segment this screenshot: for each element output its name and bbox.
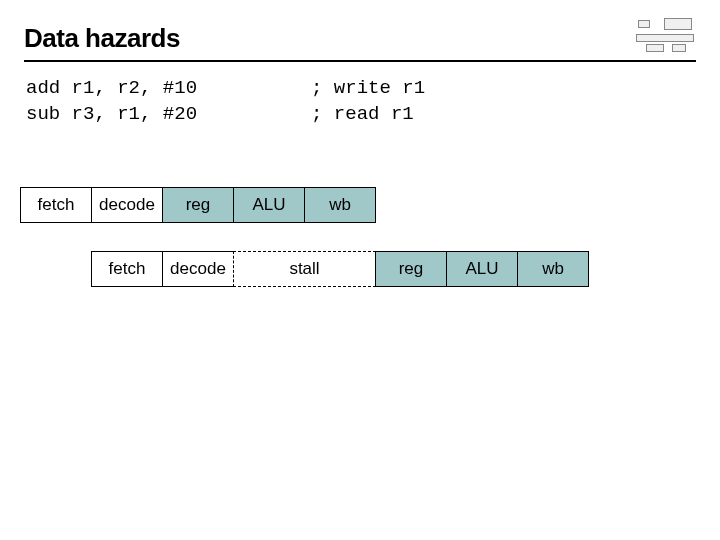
stage-reg: reg [162, 187, 234, 223]
stage-decode: decode [91, 187, 163, 223]
architecture-thumbnail-icon [636, 18, 696, 54]
code-line-1-comment: ; write r1 [311, 77, 425, 99]
stage-alu: ALU [233, 187, 305, 223]
stage-stall: stall [233, 251, 376, 287]
header: Data hazards [24, 18, 696, 62]
pipeline-diagram: fetch decode reg ALU wb fetch decode sta… [20, 187, 696, 287]
stage-wb: wb [517, 251, 589, 287]
stage-alu: ALU [446, 251, 518, 287]
stage-fetch: fetch [20, 187, 92, 223]
pipeline-row-1: fetch decode reg ALU wb [20, 187, 696, 223]
assembly-code: add r1, r2, #10 ; write r1 sub r3, r1, #… [26, 76, 696, 127]
stage-fetch: fetch [91, 251, 163, 287]
code-line-1-instr: add r1, r2, #10 [26, 77, 197, 99]
pipeline-row-2: fetch decode stall reg ALU wb [91, 251, 696, 287]
code-line-2-instr: sub r3, r1, #20 [26, 103, 197, 125]
stage-wb: wb [304, 187, 376, 223]
stage-decode: decode [162, 251, 234, 287]
code-line-2-comment: ; read r1 [311, 103, 414, 125]
stage-reg: reg [375, 251, 447, 287]
page-title: Data hazards [24, 23, 180, 54]
